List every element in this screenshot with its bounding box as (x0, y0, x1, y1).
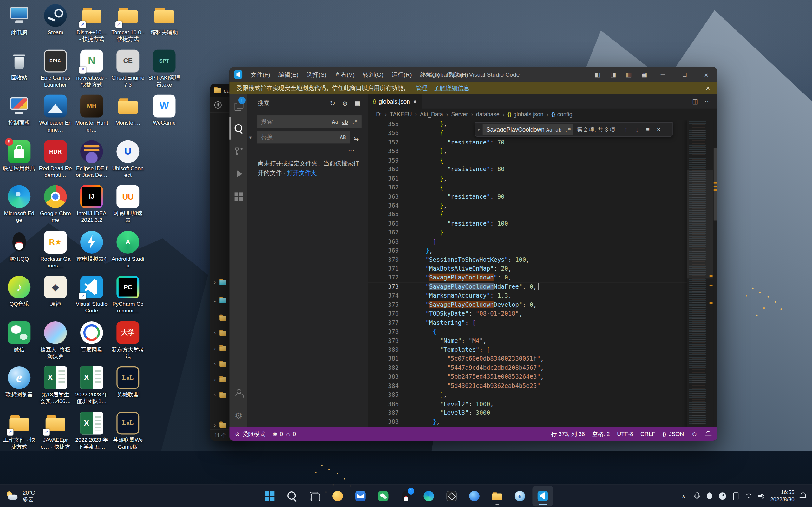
minimap-slider[interactable] (687, 170, 713, 279)
status-item[interactable]: UTF-8 (613, 428, 637, 441)
code-line[interactable]: 375 "SavagePlayCooldownDevelop": 0, (368, 300, 687, 309)
code-line[interactable]: 380 "Templates": [ (368, 346, 687, 354)
activity-search-icon[interactable] (229, 117, 247, 140)
breadcrumb-item[interactable]: database (476, 111, 507, 118)
problems-item[interactable]: 0 0 (269, 428, 300, 441)
code-line[interactable]: 361 }, (368, 174, 687, 183)
modified-dot-icon[interactable]: ● (413, 98, 417, 105)
weather-widget[interactable]: 20°C 多云 (0, 485, 41, 507)
status-item[interactable]: 空格: 2 (589, 428, 613, 441)
cube-app-icon[interactable] (441, 486, 462, 506)
code-line[interactable]: 362 { (368, 183, 687, 192)
replace-input[interactable] (257, 131, 349, 143)
desktop-icon[interactable]: 塔科夫辅助 (147, 3, 182, 49)
network-tray-icon[interactable] (745, 492, 753, 500)
file-explorer-icon[interactable] (487, 486, 507, 506)
find-next-icon[interactable] (631, 124, 642, 135)
menu-item[interactable]: 选择(S) (303, 69, 331, 80)
toggle-panel-icon[interactable] (606, 67, 621, 82)
desktop-icon[interactable]: A Android Studio (111, 229, 145, 275)
tree-item[interactable]: › (212, 392, 226, 398)
maximize-button[interactable] (674, 67, 696, 82)
desktop-icon[interactable]: N navicat.exe - 快捷方式 (74, 49, 109, 94)
toggle-replace-chevron[interactable]: ▾ (249, 134, 252, 140)
split-editor-icon[interactable] (692, 98, 698, 105)
find-toggle-replace-chevron[interactable]: ▸ (475, 123, 483, 136)
start-button[interactable] (259, 486, 280, 506)
code-line[interactable]: 381 "5c07c60e0db834002330051f", (368, 354, 687, 363)
mail-app-icon[interactable] (350, 486, 371, 506)
tree-item[interactable]: ⌄ (212, 297, 226, 303)
find-whole-word-toggle[interactable]: ab (554, 124, 563, 134)
desktop-icon[interactable]: Visual Studio Code (74, 275, 109, 320)
breadcrumb-item[interactable]: D: (376, 111, 390, 118)
desktop-icon[interactable]: UU 网易UU加速器 (111, 184, 145, 229)
desktop-icon[interactable]: 微信 (2, 320, 37, 365)
desktop-icon[interactable]: U Ubisoft Connect (111, 139, 145, 184)
tree-item[interactable]: › (212, 377, 226, 383)
desktop-icon[interactable]: 糖豆人: 终极淘汰赛 (38, 320, 72, 365)
menu-item[interactable]: 转到(G) (359, 69, 388, 80)
desktop-icon[interactable]: 工作文件 - 快捷方式 (2, 411, 37, 456)
task-view-button[interactable] (305, 486, 325, 506)
microphone-tray-icon[interactable] (693, 492, 701, 500)
find-match-case-toggle[interactable]: Aa (545, 124, 554, 134)
code-line[interactable]: 379 "Name": "M4", (368, 337, 687, 345)
status-item[interactable]: 行 373, 列 36 (548, 428, 589, 441)
desktop-icon[interactable]: R★ Rockstar Games… (38, 229, 72, 275)
wechat-icon[interactable] (373, 486, 394, 506)
qq-tray-icon[interactable] (705, 492, 714, 500)
breadcrumb-item[interactable]: Aki_Data (420, 111, 451, 118)
breadcrumb-item[interactable]: Server (451, 111, 476, 118)
desktop-icon[interactable]: 雷电模拟器4 (74, 229, 109, 275)
scrollbar-thumb[interactable] (714, 148, 717, 221)
edge-icon[interactable] (418, 486, 439, 506)
hidden-icons-chevron[interactable] (680, 492, 688, 500)
pinned-app-yellow-icon[interactable] (327, 486, 348, 506)
status-item[interactable]: JSON (659, 428, 687, 441)
vscode-titlebar[interactable]: 文件(F)编辑(E)选择(S)查看(V)转到(G)运行(R)终端(T)帮助(H)… (229, 67, 717, 82)
desktop-icon[interactable]: Wallpaper Engine… (38, 94, 72, 139)
desktop-icon[interactable]: LoL 英雄联盟WeGame版 (111, 411, 145, 456)
volume-tray-icon[interactable] (757, 492, 765, 500)
desktop-icon[interactable]: Eclipse IDE for Java De… (74, 139, 109, 184)
open-in-editor-icon[interactable] (352, 98, 362, 108)
tree-item[interactable]: › (212, 330, 226, 336)
editor-more-actions-icon[interactable] (704, 98, 711, 105)
code-line[interactable]: 386 "Level2": 1000, (368, 400, 687, 408)
taskbar-search-button[interactable] (282, 486, 302, 506)
code-line[interactable]: 366 "resistance": 100 (368, 219, 687, 228)
feedback-item[interactable] (688, 428, 701, 441)
breadcrumb-item[interactable]: globals.json (507, 111, 551, 118)
open-folder-link[interactable]: 打开文件夹 (287, 170, 317, 176)
minimap[interactable] (687, 120, 713, 428)
editor-scrollbar[interactable] (713, 120, 717, 428)
code-line[interactable]: 385 ], (368, 391, 687, 400)
code-line[interactable]: 378 { (368, 328, 687, 337)
toggle-secondary-sidebar-icon[interactable] (621, 67, 637, 82)
desktop-icon[interactable]: SPT SPT-AKI管理器.exe (147, 49, 182, 94)
desktop-icon[interactable]: RDR Red Dead Redempti… (38, 139, 72, 184)
desktop-icon[interactable]: JAVAEEpro… - 快捷方式 (38, 411, 72, 456)
vscode-taskbar-icon[interactable] (532, 486, 553, 506)
code-line[interactable]: 363 "resistance": 90 (368, 192, 687, 201)
desktop-icon[interactable]: 大学 新东方大学考试 (111, 320, 145, 365)
preserve-case-toggle[interactable]: AB (338, 133, 347, 142)
code-line[interactable]: 374 "MarksmanAccuracy": 1.3, (368, 291, 687, 300)
status-item[interactable]: CRLF (637, 428, 659, 441)
find-input[interactable]: SavagePlayCooldown Aa ab .* (483, 124, 573, 135)
steam-tray-icon[interactable] (718, 492, 727, 500)
desktop-icon[interactable]: ♪ QQ音乐 (2, 275, 37, 320)
clear-results-icon[interactable] (340, 98, 350, 108)
code-line[interactable]: 371 "MaxBotsAliveOnMap": 20, (368, 264, 687, 273)
tab-globals-json[interactable]: {} globals.json ● (368, 94, 422, 109)
code-line[interactable]: 368 ] (368, 237, 687, 246)
code-line[interactable]: 364 }, (368, 201, 687, 210)
desktop-icon[interactable]: Monster… (111, 94, 145, 139)
desktop-icon[interactable]: W WeGame (147, 94, 182, 139)
desktop-icon[interactable]: ◆ 原神 (38, 275, 72, 320)
desktop-icon[interactable]: 9 联想应用商店 (2, 139, 37, 184)
activity-explorer-icon[interactable]: 1 (229, 94, 247, 117)
refresh-icon[interactable] (327, 98, 338, 108)
tree-item[interactable]: › (212, 279, 226, 285)
